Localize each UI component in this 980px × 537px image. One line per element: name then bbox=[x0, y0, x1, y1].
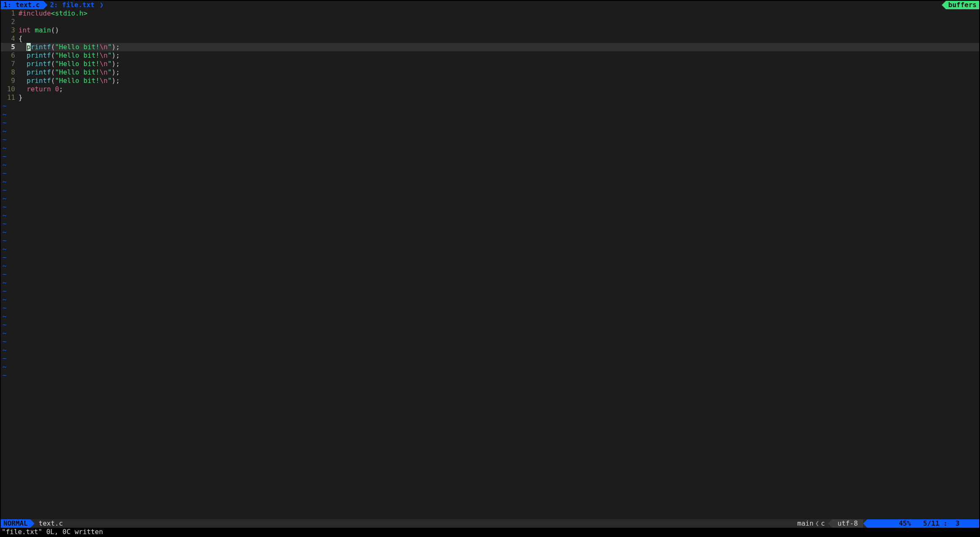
code-content: printf("Hello bit!\n"); bbox=[19, 60, 120, 68]
code-line[interactable]: 5 printf("Hello bit!\n"); bbox=[1, 43, 979, 51]
empty-line-tilde: ~ bbox=[1, 161, 979, 169]
empty-line-tilde: ~ bbox=[1, 363, 979, 371]
line-number: 6 bbox=[1, 51, 19, 60]
code-content: printf("Hello bit!\n"); bbox=[19, 43, 120, 51]
chevron-right-icon: ❯ bbox=[98, 1, 106, 9]
code-content: } bbox=[19, 93, 23, 102]
line-number: 8 bbox=[1, 68, 19, 77]
empty-line-tilde: ~ bbox=[1, 245, 979, 253]
line-number: 5 bbox=[1, 43, 19, 51]
empty-line-tilde: ~ bbox=[1, 279, 979, 287]
empty-line-tilde: ~ bbox=[1, 321, 979, 329]
buffer-tab-active[interactable]: 1: text.c bbox=[1, 1, 43, 9]
empty-line-tilde: ~ bbox=[1, 194, 979, 203]
empty-line-tilde: ~ bbox=[1, 169, 979, 178]
empty-line-tilde: ~ bbox=[1, 178, 979, 186]
code-content: printf("Hello bit!\n"); bbox=[19, 51, 120, 60]
empty-line-tilde: ~ bbox=[1, 354, 979, 363]
tab-separator-arrow-icon bbox=[43, 1, 48, 9]
powerline-arrow-icon bbox=[828, 519, 832, 528]
line-number: 2 bbox=[1, 18, 19, 26]
empty-line-tilde: ~ bbox=[1, 338, 979, 346]
status-line: NORMAL text.c main ❮ c utf-8 45% 5/11 : … bbox=[1, 519, 979, 528]
git-branch-segment: main ❮ c bbox=[794, 519, 829, 528]
empty-line-tilde: ~ bbox=[1, 295, 979, 304]
mode-indicator: NORMAL bbox=[1, 519, 30, 528]
tab-index: 1 bbox=[3, 1, 8, 9]
buffers-label[interactable]: buffers bbox=[946, 1, 979, 9]
tab-filename: text.c bbox=[16, 1, 40, 9]
code-line[interactable]: 6 printf("Hello bit!\n"); bbox=[1, 51, 979, 60]
code-line[interactable]: 2 bbox=[1, 18, 979, 26]
line-number: 11 bbox=[1, 93, 19, 102]
code-line[interactable]: 11} bbox=[1, 93, 979, 102]
line-number: 1 bbox=[1, 9, 19, 18]
code-line[interactable]: 3int main() bbox=[1, 26, 979, 35]
line-number: 3 bbox=[1, 26, 19, 35]
code-content: printf("Hello bit!\n"); bbox=[19, 77, 120, 85]
empty-line-tilde: ~ bbox=[1, 203, 979, 211]
buffer-tab-bar: 1: text.c 2: file.txt ❯ buffers bbox=[1, 1, 979, 9]
line-count: 5/11 bbox=[923, 519, 940, 528]
tab-filename: file.txt bbox=[62, 1, 95, 9]
empty-line-tilde: ~ bbox=[1, 110, 979, 119]
powerline-arrow-icon bbox=[30, 519, 34, 528]
line-number: 10 bbox=[1, 85, 19, 93]
empty-line-tilde: ~ bbox=[1, 262, 979, 270]
empty-line-tilde: ~ bbox=[1, 346, 979, 354]
empty-line-tilde: ~ bbox=[1, 329, 979, 338]
code-line[interactable]: 1#include<stdio.h> bbox=[1, 9, 979, 18]
code-line[interactable]: 9 printf("Hello bit!\n"); bbox=[1, 77, 979, 85]
code-line[interactable]: 7 printf("Hello bit!\n"); bbox=[1, 60, 979, 68]
filetype: c bbox=[821, 519, 825, 528]
code-content: #include<stdio.h> bbox=[19, 9, 87, 18]
line-number: 4 bbox=[1, 35, 19, 43]
branch-name: main bbox=[797, 519, 814, 528]
command-message-line[interactable]: "file.txt" 0L, 0C written bbox=[1, 528, 979, 536]
angle-left-icon: ❮ bbox=[813, 519, 821, 528]
empty-line-tilde: ~ bbox=[1, 136, 979, 144]
code-line[interactable]: 10 return 0; bbox=[1, 85, 979, 93]
empty-line-tilde: ~ bbox=[1, 228, 979, 237]
empty-line-tilde: ~ bbox=[1, 270, 979, 279]
vim-terminal: 1: text.c 2: file.txt ❯ buffers 1#includ… bbox=[0, 0, 980, 537]
code-line[interactable]: 4{ bbox=[1, 35, 979, 43]
cursor: p bbox=[26, 43, 31, 51]
editor-viewport[interactable]: 1#include<stdio.h>23int main()4{5 printf… bbox=[1, 9, 979, 519]
line-number: 9 bbox=[1, 77, 19, 85]
empty-line-tilde: ~ bbox=[1, 211, 979, 220]
code-content: printf("Hello bit!\n"); bbox=[19, 68, 120, 77]
line-number: 7 bbox=[1, 60, 19, 68]
empty-line-tilde: ~ bbox=[1, 152, 979, 161]
empty-line-tilde: ~ bbox=[1, 102, 979, 110]
empty-line-tilde: ~ bbox=[1, 119, 979, 127]
code-content: { bbox=[19, 35, 23, 43]
scroll-percent: 45% bbox=[899, 519, 911, 528]
empty-line-tilde: ~ bbox=[1, 287, 979, 295]
empty-line-tilde: ~ bbox=[1, 237, 979, 245]
empty-line-tilde: ~ bbox=[1, 127, 979, 136]
empty-line-tilde: ~ bbox=[1, 312, 979, 321]
code-content: int main() bbox=[19, 26, 59, 35]
empty-line-tilde: ~ bbox=[1, 371, 979, 380]
empty-line-tilde: ~ bbox=[1, 253, 979, 262]
code-content: return 0; bbox=[19, 85, 63, 93]
column: 3 bbox=[956, 519, 960, 528]
empty-line-tilde: ~ bbox=[1, 220, 979, 228]
buffers-arrow-icon bbox=[942, 1, 946, 9]
tab-index: 2 bbox=[50, 1, 54, 9]
code-line[interactable]: 8 printf("Hello bit!\n"); bbox=[1, 68, 979, 77]
buffer-tab-inactive[interactable]: 2: file.txt bbox=[48, 1, 98, 9]
empty-line-tilde: ~ bbox=[1, 186, 979, 194]
empty-line-tilde: ~ bbox=[1, 144, 979, 152]
powerline-arrow-icon bbox=[863, 519, 867, 528]
status-filename: text.c bbox=[34, 519, 67, 528]
encoding-segment: utf-8 bbox=[832, 519, 863, 528]
position-segment: 45% 5/11 : 3 bbox=[867, 519, 979, 528]
empty-line-tilde: ~ bbox=[1, 304, 979, 312]
